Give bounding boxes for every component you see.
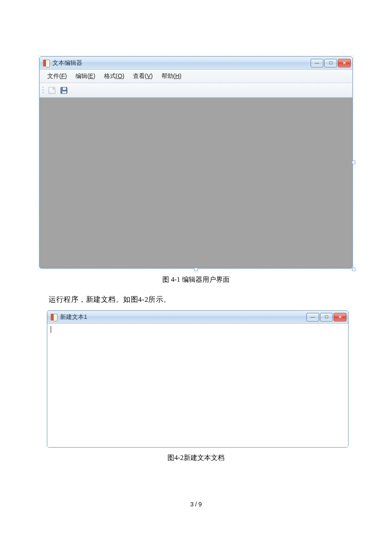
page-number: 3 / 9 bbox=[38, 501, 354, 508]
menu-help[interactable]: 帮助(H) bbox=[157, 71, 186, 82]
window-title-2: 新建文本1 bbox=[60, 313, 87, 321]
close-icon: ✕ bbox=[338, 315, 342, 319]
figure2-wrap: 新建文本1 — ☐ ✕ bbox=[47, 310, 349, 448]
titlebar-2[interactable]: 新建文本1 — ☐ ✕ bbox=[47, 311, 348, 324]
app-icon-2 bbox=[51, 314, 58, 321]
maximize-button-2[interactable]: ☐ bbox=[320, 313, 333, 321]
resize-handle-corner[interactable] bbox=[352, 268, 355, 271]
save-icon bbox=[61, 87, 67, 94]
maximize-button[interactable]: ☐ bbox=[324, 59, 337, 67]
editor-window: 文本编辑器 — ☐ ✕ 文件(F) 编辑(E) 格式(O) bbox=[39, 56, 353, 269]
window-controls-2: — ☐ ✕ bbox=[306, 313, 346, 321]
menu-edit[interactable]: 编辑(E) bbox=[71, 71, 100, 82]
menu-edit-label: 编辑 bbox=[75, 72, 87, 79]
menu-view[interactable]: 查看(V) bbox=[129, 71, 157, 82]
new-file-icon bbox=[49, 87, 55, 94]
app-icon bbox=[43, 60, 50, 66]
menu-format-label: 格式 bbox=[104, 72, 116, 79]
toolbar bbox=[40, 83, 352, 98]
close-button[interactable]: ✕ bbox=[338, 59, 351, 67]
menu-help-accel: H bbox=[175, 72, 179, 79]
resize-handle-bottom[interactable] bbox=[194, 268, 198, 271]
close-icon: ✕ bbox=[343, 61, 346, 65]
close-button-2[interactable]: ✕ bbox=[334, 313, 346, 321]
toolbar-grip[interactable] bbox=[42, 86, 45, 95]
menu-format-accel: O bbox=[118, 72, 122, 79]
menu-format[interactable]: 格式(O) bbox=[100, 71, 129, 82]
new-file-button[interactable] bbox=[47, 86, 57, 95]
menu-edit-accel: E bbox=[89, 72, 93, 79]
document-page: 文本编辑器 — ☐ ✕ 文件(F) 编辑(E) 格式(O) bbox=[0, 0, 392, 533]
menubar: 文件(F) 编辑(E) 格式(O) 查看(V) 帮助(H) bbox=[40, 69, 352, 83]
figure2-caption: 图4-2新建文本文档 bbox=[38, 454, 354, 462]
menu-file[interactable]: 文件(F) bbox=[43, 71, 71, 82]
menu-help-label: 帮助 bbox=[161, 72, 173, 79]
minimize-icon: — bbox=[315, 61, 319, 65]
resize-handle-right[interactable] bbox=[352, 161, 355, 164]
maximize-icon: ☐ bbox=[329, 61, 333, 65]
menu-view-label: 查看 bbox=[133, 72, 145, 79]
mdi-client-area bbox=[40, 98, 352, 268]
window-title: 文本编辑器 bbox=[52, 59, 82, 67]
minimize-icon: — bbox=[311, 315, 315, 319]
text-caret bbox=[51, 326, 51, 333]
figure1-selection-frame: 文本编辑器 — ☐ ✕ 文件(F) 编辑(E) 格式(O) bbox=[38, 55, 354, 269]
new-doc-window: 新建文本1 — ☐ ✕ bbox=[47, 310, 349, 448]
window-controls: — ☐ ✕ bbox=[311, 59, 351, 67]
menu-file-accel: F bbox=[61, 72, 65, 79]
menu-file-label: 文件 bbox=[47, 72, 59, 79]
save-button[interactable] bbox=[59, 86, 69, 95]
body-paragraph: 运行程序，新建文档。如图4-2所示。 bbox=[49, 295, 354, 304]
minimize-button-2[interactable]: — bbox=[306, 313, 319, 321]
figure1-caption: 图 4-1 编辑器用户界面 bbox=[38, 275, 354, 284]
maximize-icon: ☐ bbox=[325, 315, 329, 319]
minimize-button[interactable]: — bbox=[311, 59, 323, 67]
text-editor-area[interactable] bbox=[47, 324, 348, 447]
titlebar[interactable]: 文本编辑器 — ☐ ✕ bbox=[40, 57, 352, 69]
menu-view-accel: V bbox=[147, 72, 151, 79]
